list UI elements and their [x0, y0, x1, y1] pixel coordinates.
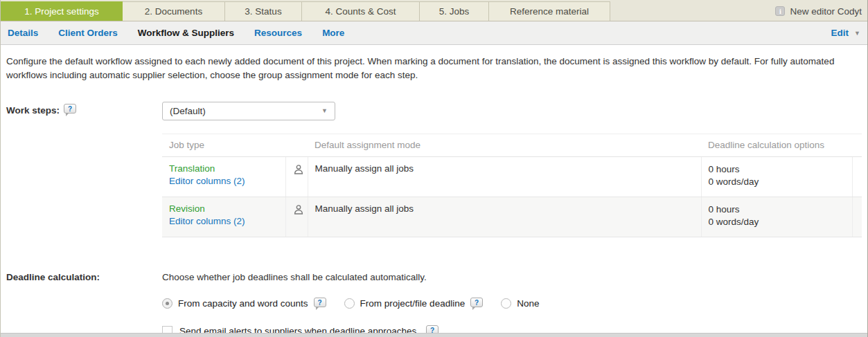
work-steps-row: Work steps: ? (Default) ▼ Job type: [6, 102, 862, 237]
job-type-revision: Revision: [169, 203, 278, 214]
job-type-translation: Translation: [169, 163, 278, 174]
table-header-row: Job type Default assignment mode Deadlin…: [162, 134, 862, 156]
subnav-item-client-orders[interactable]: Client Orders: [58, 28, 118, 38]
column-header-icon-spacer: [285, 134, 308, 156]
radio-from-capacity-label[interactable]: From capacity and word counts: [178, 298, 308, 309]
subnav-item-more[interactable]: More: [322, 28, 344, 38]
help-icon[interactable]: ?: [64, 104, 76, 113]
tab-documents[interactable]: 2. Documents: [123, 1, 225, 21]
assignment-mode-value: Manually assign all jobs: [308, 156, 701, 197]
radio-none[interactable]: [501, 298, 511, 309]
work-steps-label-wrap: Work steps: ?: [6, 102, 162, 237]
project-settings-page: 1. Project settings 2. Documents 3. Stat…: [0, 0, 868, 337]
radio-from-project-deadline[interactable]: [344, 298, 355, 309]
subnav-item-workflow-suppliers[interactable]: Workflow & Suppliers: [138, 28, 234, 38]
topbar-notice: i New editor Codyt: [775, 1, 867, 21]
deadline-hours-value: 0 hours: [709, 163, 845, 176]
deadline-calculation-label-wrap: Deadline calculation:: [6, 268, 162, 336]
topbar-notice-text: New editor Codyt: [790, 6, 862, 17]
radio-from-capacity[interactable]: [162, 298, 172, 309]
deadline-words-value: 0 words/day: [709, 176, 845, 189]
workflow-select-value: (Default): [170, 106, 206, 116]
editor-columns-link[interactable]: Editor columns (2): [169, 176, 245, 186]
deadline-hours-value: 0 hours: [709, 203, 845, 217]
tab-status[interactable]: 3. Status: [225, 1, 302, 21]
info-icon[interactable]: i: [775, 6, 785, 16]
radio-none-label[interactable]: None: [517, 298, 539, 309]
deadline-calculation-description: Choose whether job deadlines shall be ca…: [162, 268, 862, 282]
table-row: Translation Editor columns (2) Manually …: [162, 156, 862, 197]
column-header-assignment-mode: Default assignment mode: [308, 134, 701, 156]
assignment-mode-value: Manually assign all jobs: [308, 197, 701, 237]
deadline-calculation-row: Deadline calculation: Choose whether job…: [6, 268, 862, 336]
deadline-calculation-label: Deadline calculation:: [6, 272, 100, 282]
editor-columns-link[interactable]: Editor columns (2): [169, 216, 245, 226]
deadline-mode-radio-group: From capacity and word counts ? From pro…: [162, 298, 862, 309]
chevron-down-icon: ▼: [321, 107, 328, 114]
subnav-item-resources[interactable]: Resources: [254, 28, 302, 38]
column-header-deadline-options: Deadline calculation options: [701, 134, 852, 156]
person-icon: [293, 204, 304, 217]
tab-counts-cost[interactable]: 4. Counts & Cost: [302, 1, 420, 21]
column-header-job-type: Job type: [162, 134, 285, 156]
help-icon[interactable]: ?: [314, 298, 326, 307]
person-icon: [293, 164, 304, 177]
project-subnav: Details Client Orders Workflow & Supplie…: [1, 21, 867, 45]
tab-jobs[interactable]: 5. Jobs: [420, 1, 489, 21]
deadline-words-value: 0 words/day: [709, 216, 845, 229]
column-header-end-spacer: [852, 134, 862, 156]
radio-from-project-deadline-label[interactable]: From project/file deadline: [360, 298, 466, 309]
table-row: Revision Editor columns (2) Manually ass…: [162, 197, 862, 237]
main-tab-bar: 1. Project settings 2. Documents 3. Stat…: [1, 0, 867, 21]
workflow-intro-text: Configure the default workflow assigned …: [6, 55, 862, 83]
workflow-settings-content: Configure the default workflow assigned …: [1, 45, 867, 336]
tab-project-settings[interactable]: 1. Project settings: [1, 1, 123, 21]
work-steps-table: Job type Default assignment mode Deadlin…: [162, 134, 862, 237]
work-steps-label: Work steps:: [6, 105, 60, 116]
tab-reference-material[interactable]: Reference material: [489, 1, 610, 21]
help-icon[interactable]: ?: [470, 298, 483, 307]
subnav-item-details[interactable]: Details: [8, 28, 38, 38]
edit-button[interactable]: Edit: [831, 28, 849, 38]
chevron-down-icon[interactable]: ▼: [854, 30, 860, 37]
workflow-select[interactable]: (Default) ▼: [162, 102, 335, 120]
bottom-scrollbar-strip[interactable]: [1, 333, 867, 337]
